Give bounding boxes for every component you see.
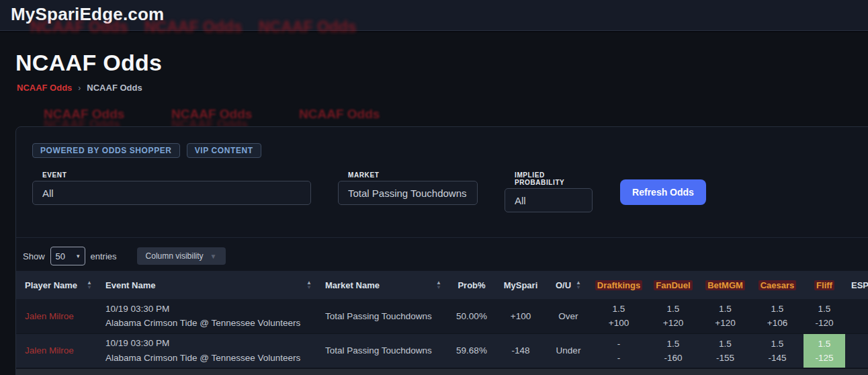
fanduel-odds-cell[interactable]: 1.5+120 xyxy=(647,299,699,333)
entries-label: entries xyxy=(91,251,117,261)
odds-panel: POWERED BY ODDS SHOPPER VIP CONTENT EVEN… xyxy=(15,126,868,375)
betmgm-odds-cell[interactable]: 1.5-155 xyxy=(699,333,751,368)
render-artifact: NCAAF Odds xyxy=(44,107,124,122)
table-header-row: Player Name ▲▼ Event Name ▲▼ Market Name… xyxy=(16,271,868,299)
col-header-espn[interactable]: ESPN xyxy=(845,271,868,299)
col-header-fanduel[interactable]: FanDuel xyxy=(647,271,699,299)
market-filter-group: MARKET xyxy=(338,171,478,205)
odds-table-wrap: Player Name ▲▼ Event Name ▲▼ Market Name… xyxy=(16,271,868,375)
entries-select[interactable]: 50 ▾ xyxy=(50,247,85,265)
powered-by-badge: POWERED BY ODDS SHOPPER xyxy=(32,143,180,158)
col-header-fliff[interactable]: Fliff xyxy=(804,271,845,299)
draftkings-odds-cell[interactable]: 1.5+100 xyxy=(591,299,647,333)
entries-select-value: 50 xyxy=(56,251,65,261)
table-footer-strip xyxy=(16,369,868,375)
event-time: 10/19 03:30 PM xyxy=(105,302,318,317)
market-filter-label: MARKET xyxy=(348,171,478,179)
col-header-player-name[interactable]: Player Name ▲▼ xyxy=(16,271,99,299)
event-cell: 10/19 03:30 PM Alabama Crimson Tide @ Te… xyxy=(99,299,318,333)
player-link[interactable]: Jalen Milroe xyxy=(25,311,74,321)
event-filter-group: EVENT xyxy=(32,171,311,205)
col-header-ou[interactable]: O/U ▲▼ xyxy=(546,271,591,299)
badge-row: POWERED BY ODDS SHOPPER VIP CONTENT xyxy=(32,143,261,158)
event-time: 10/19 03:30 PM xyxy=(105,336,318,351)
espn-odds-cell xyxy=(845,333,868,368)
over-under-cell: Under xyxy=(546,333,591,368)
over-under-cell: Over xyxy=(546,299,591,333)
table-row: Jalen Milroe 10/19 03:30 PM Alabama Crim… xyxy=(16,299,868,333)
espn-odds-cell xyxy=(845,299,868,333)
prob-cell: 59.68% xyxy=(448,333,495,368)
draftkings-odds-cell[interactable]: -- xyxy=(591,333,647,368)
col-header-myspari[interactable]: MySpari xyxy=(495,271,546,299)
col-header-prob[interactable]: Prob% xyxy=(448,271,495,299)
column-visibility-button[interactable]: Column visibility ▼ xyxy=(137,247,226,265)
event-filter-label: EVENT xyxy=(42,171,311,179)
sort-icon[interactable]: ▲▼ xyxy=(87,280,92,290)
breadcrumb-separator: › xyxy=(78,83,81,93)
render-artifact: NCAAF Odds xyxy=(299,107,380,122)
refresh-odds-button[interactable]: Refresh Odds xyxy=(620,179,706,205)
col-header-market-name[interactable]: Market Name ▲▼ xyxy=(318,271,448,299)
event-cell: 10/19 03:30 PM Alabama Crimson Tide @ Te… xyxy=(99,333,318,368)
vip-content-badge: VIP CONTENT xyxy=(187,143,261,158)
chevron-down-icon: ▾ xyxy=(77,253,80,259)
breadcrumb-link[interactable]: NCAAF Odds xyxy=(17,83,72,93)
event-name: Alabama Crimson Tide @ Tennessee Volunte… xyxy=(105,351,318,366)
breadcrumb-current: NCAAF Odds xyxy=(87,83,142,93)
column-visibility-label: Column visibility xyxy=(146,251,204,261)
sort-icon[interactable]: ▲▼ xyxy=(306,280,312,290)
caesars-odds-cell[interactable]: 1.5-145 xyxy=(751,333,804,368)
market-filter-input[interactable] xyxy=(338,181,478,205)
col-header-draftkings[interactable]: Draftkings xyxy=(591,271,647,299)
render-artifact: NCAAF Odds xyxy=(171,107,252,122)
fanduel-odds-cell[interactable]: 1.5-160 xyxy=(647,333,699,368)
myspari-odds-cell: +100 xyxy=(495,299,546,333)
top-nav-bar: MySpariEdge.com xyxy=(0,0,868,30)
col-header-caesars[interactable]: Caesars xyxy=(751,271,804,299)
site-logo[interactable]: MySpariEdge.com xyxy=(11,4,164,25)
section-divider xyxy=(16,237,868,238)
odds-table: Player Name ▲▼ Event Name ▲▼ Market Name… xyxy=(16,271,868,368)
player-cell: Jalen Milroe xyxy=(16,333,99,368)
prob-cell: 50.00% xyxy=(448,299,495,333)
breadcrumb: NCAAF Odds › NCAAF Odds xyxy=(17,83,142,93)
player-link[interactable]: Jalen Milroe xyxy=(25,345,74,356)
event-filter-input[interactable] xyxy=(32,181,311,205)
implied-probability-filter-label: IMPLIED PROBABILITY xyxy=(515,171,593,186)
market-cell: Total Passing Touchdowns xyxy=(318,299,448,333)
show-label: Show xyxy=(23,251,45,261)
implied-probability-filter-group: IMPLIED PROBABILITY xyxy=(505,171,593,212)
fliff-odds-cell-best-odds[interactable]: 1.5-125 xyxy=(804,333,845,368)
col-header-event-name[interactable]: Event Name ▲▼ xyxy=(99,271,318,299)
event-name: Alabama Crimson Tide @ Tennessee Volunte… xyxy=(105,316,318,331)
caesars-odds-cell[interactable]: 1.5+106 xyxy=(751,299,804,333)
col-header-betmgm[interactable]: BetMGM xyxy=(699,271,751,299)
player-cell: Jalen Milroe xyxy=(16,299,99,333)
chevron-down-icon: ▼ xyxy=(210,253,217,260)
myspari-odds-cell: -148 xyxy=(495,333,546,368)
implied-probability-filter-input[interactable] xyxy=(505,188,593,212)
page-title: NCAAF Odds xyxy=(15,50,162,76)
sort-icon[interactable]: ▲▼ xyxy=(436,280,441,290)
table-controls: Show 50 ▾ entries Column visibility ▼ xyxy=(23,246,226,266)
sort-icon[interactable]: ▲▼ xyxy=(576,280,581,290)
betmgm-odds-cell[interactable]: 1.5+120 xyxy=(699,299,751,333)
table-row: Jalen Milroe 10/19 03:30 PM Alabama Crim… xyxy=(16,333,868,368)
market-cell: Total Passing Touchdowns xyxy=(318,333,448,368)
fliff-odds-cell[interactable]: 1.5-120 xyxy=(804,299,845,333)
